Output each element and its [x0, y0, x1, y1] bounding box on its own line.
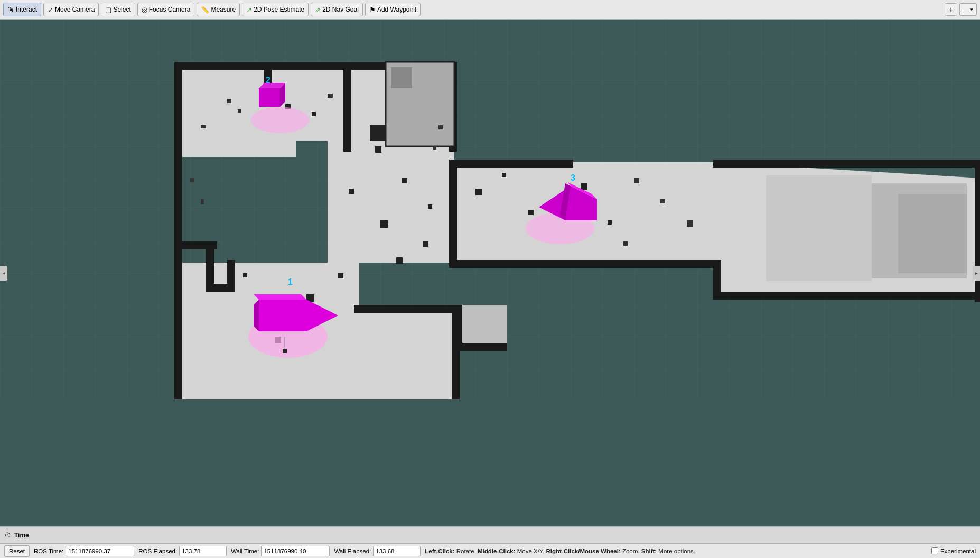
add-waypoint-icon: ⚑: [369, 6, 376, 14]
svg-rect-69: [391, 67, 412, 88]
svg-marker-54: [259, 88, 280, 107]
wall-time-label: Wall Time:: [231, 548, 259, 554]
svg-rect-26: [354, 305, 460, 313]
select-label: Select: [113, 6, 130, 13]
dropdown-icon: ▾: [970, 7, 973, 12]
move-camera-icon: ⤢: [48, 6, 53, 14]
wall-elapsed-input[interactable]: [373, 546, 421, 556]
map-container: 2 1 3: [0, 20, 980, 526]
svg-rect-84: [898, 194, 967, 273]
wall-time-input[interactable]: [261, 546, 330, 556]
ros-elapsed-input[interactable]: [179, 546, 227, 556]
svg-rect-13: [343, 62, 351, 152]
svg-rect-76: [438, 125, 443, 129]
experimental-label: Experimental: [940, 548, 976, 554]
svg-rect-78: [634, 178, 639, 183]
interact-label: Interact: [16, 6, 37, 13]
svg-rect-46: [338, 273, 343, 278]
svg-rect-20: [713, 292, 980, 300]
select-button[interactable]: ▢ Select: [101, 3, 135, 16]
svg-rect-50: [243, 273, 247, 277]
viewport[interactable]: 2 1 3: [0, 20, 980, 526]
svg-rect-71: [238, 109, 241, 113]
svg-rect-38: [349, 189, 354, 194]
nav-goal-button[interactable]: ⇗ 2D Nav Goal: [311, 3, 363, 16]
move-camera-label: Move Camera: [55, 6, 95, 13]
toolbar-end: + — ▾: [945, 3, 977, 16]
middle-click-desc: Move X/Y.: [517, 548, 546, 554]
measure-label: Measure: [211, 6, 236, 13]
plus-button[interactable]: +: [945, 3, 957, 16]
svg-rect-75: [328, 94, 333, 98]
nav-goal-label: 2D Nav Goal: [322, 6, 359, 13]
svg-rect-37: [380, 220, 388, 228]
svg-rect-87: [454, 343, 507, 351]
select-icon: ▢: [105, 6, 111, 14]
ros-elapsed-field: ROS Elapsed:: [138, 546, 227, 556]
svg-rect-44: [423, 241, 428, 247]
ros-time-input[interactable]: [66, 546, 134, 556]
interact-button[interactable]: 🖱 Interact: [3, 3, 41, 16]
shift-hint: Shift:: [641, 548, 657, 554]
middle-click-hint: Middle-Click:: [478, 548, 516, 554]
svg-rect-80: [687, 220, 693, 227]
dash-dropdown-button[interactable]: — ▾: [959, 3, 977, 16]
add-waypoint-label: Add Waypoint: [377, 6, 416, 13]
focus-camera-icon: ◎: [142, 6, 147, 14]
svg-rect-18: [713, 160, 980, 168]
svg-rect-29: [206, 241, 214, 289]
svg-rect-9: [174, 62, 182, 157]
focus-camera-button[interactable]: ◎ Focus Camera: [137, 3, 195, 16]
svg-rect-23: [449, 160, 457, 268]
experimental-section: Experimental: [931, 547, 976, 554]
svg-rect-74: [201, 199, 204, 204]
svg-rect-72: [201, 125, 206, 128]
info-bar: Reset ROS Time: ROS Elapsed: Wall Time: …: [0, 543, 980, 558]
measure-icon: 📏: [201, 6, 209, 14]
svg-marker-8: [359, 305, 454, 399]
toolbar: 🖱 Interact ⤢ Move Camera ▢ Select ◎ Focu…: [0, 0, 980, 20]
dash-icon: —: [963, 6, 969, 13]
waypoint-3-label: 3: [571, 173, 575, 182]
svg-rect-35: [402, 178, 407, 183]
pose-estimate-button[interactable]: ↗ 2D Pose Estimate: [242, 3, 309, 16]
svg-rect-77: [433, 146, 436, 150]
left-chevron-icon: ◂: [3, 270, 5, 276]
shift-desc: More options.: [658, 548, 695, 554]
svg-marker-59: [254, 300, 259, 331]
right-chevron-icon: ▸: [975, 270, 978, 276]
right-panel-arrow[interactable]: ▸: [973, 266, 980, 281]
experimental-checkbox[interactable]: [931, 547, 938, 554]
map-svg: 2 1 3: [0, 20, 980, 399]
move-camera-button[interactable]: ⤢ Move Camera: [43, 3, 99, 16]
add-waypoint-button[interactable]: ⚑ Add Waypoint: [365, 3, 421, 16]
svg-rect-31: [227, 260, 235, 292]
svg-rect-43: [608, 220, 612, 225]
pose-estimate-label: 2D Pose Estimate: [254, 6, 304, 13]
measure-button[interactable]: 📏 Measure: [197, 3, 240, 16]
pose-estimate-icon: ↗: [246, 6, 252, 14]
nav-goal-icon: ⇗: [315, 6, 321, 14]
svg-rect-79: [660, 199, 665, 203]
svg-rect-81: [623, 241, 628, 246]
wall-time-field: Wall Time:: [231, 546, 330, 556]
time-label: Time: [14, 532, 29, 539]
waypoint-1-label: 1: [288, 277, 293, 286]
svg-rect-86: [454, 305, 462, 347]
clock-icon: ⏱: [4, 531, 11, 539]
focus-camera-label: Focus Camera: [149, 6, 191, 13]
svg-rect-45: [396, 257, 403, 264]
wall-elapsed-label: Wall Elapsed:: [334, 548, 371, 554]
svg-rect-27: [174, 154, 182, 399]
left-click-desc: Rotate.: [456, 548, 478, 554]
svg-rect-42: [581, 183, 587, 190]
svg-point-53: [251, 107, 309, 133]
reset-button[interactable]: Reset: [4, 545, 30, 557]
ros-time-field: ROS Time:: [34, 546, 134, 556]
svg-rect-40: [502, 173, 506, 177]
status-bar: ⏱ Time: [0, 526, 980, 543]
interact-icon: 🖱: [7, 6, 14, 14]
svg-marker-60: [254, 294, 306, 300]
left-panel-arrow[interactable]: ◂: [0, 266, 7, 281]
svg-rect-17: [565, 160, 573, 168]
